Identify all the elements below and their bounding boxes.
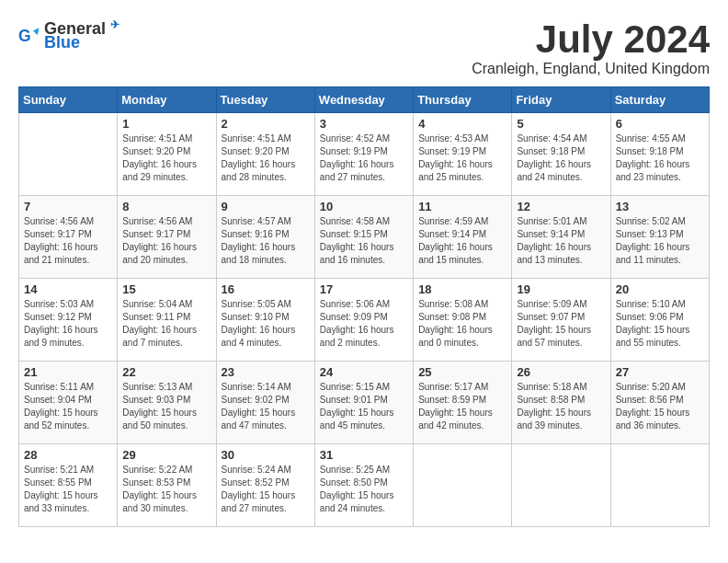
day-info: Sunrise: 5:25 AM Sunset: 8:50 PM Dayligh… <box>320 464 408 515</box>
day-number: 2 <box>222 117 310 131</box>
day-info: Sunrise: 4:51 AM Sunset: 9:20 PM Dayligh… <box>122 132 210 184</box>
calendar-cell: 5Sunrise: 4:54 AM Sunset: 9:18 PM Daylig… <box>512 113 610 196</box>
calendar-cell: 9Sunrise: 4:57 AM Sunset: 9:16 PM Daylig… <box>216 196 314 279</box>
calendar-cell: 28Sunrise: 5:21 AM Sunset: 8:55 PM Dayli… <box>19 444 118 527</box>
day-info: Sunrise: 5:04 AM Sunset: 9:11 PM Dayligh… <box>122 298 210 350</box>
page-header: G General ✈ Blue July 2024 Cranleigh, En… <box>18 18 710 77</box>
title-area: July 2024 Cranleigh, England, United Kin… <box>472 18 710 77</box>
day-number: 9 <box>222 200 310 213</box>
day-number: 18 <box>418 282 506 296</box>
day-number: 23 <box>222 365 310 379</box>
location-subtitle: Cranleigh, England, United Kingdom <box>472 61 710 77</box>
calendar-cell <box>19 113 118 196</box>
calendar-cell: 31Sunrise: 5:25 AM Sunset: 8:50 PM Dayli… <box>314 444 413 527</box>
day-number: 8 <box>122 200 210 213</box>
calendar-cell: 21Sunrise: 5:11 AM Sunset: 9:04 PM Dayli… <box>19 362 118 444</box>
day-info: Sunrise: 5:01 AM Sunset: 9:14 PM Dayligh… <box>517 215 605 267</box>
day-info: Sunrise: 4:56 AM Sunset: 9:17 PM Dayligh… <box>24 215 112 267</box>
calendar-cell: 13Sunrise: 5:02 AM Sunset: 9:13 PM Dayli… <box>610 196 709 279</box>
calendar-cell: 1Sunrise: 4:51 AM Sunset: 9:20 PM Daylig… <box>118 113 216 196</box>
calendar-cell <box>610 444 709 527</box>
calendar-week-row: 7Sunrise: 4:56 AM Sunset: 9:17 PM Daylig… <box>19 196 710 279</box>
day-info: Sunrise: 4:54 AM Sunset: 9:18 PM Dayligh… <box>517 132 605 184</box>
day-info: Sunrise: 5:03 AM Sunset: 9:12 PM Dayligh… <box>24 298 112 350</box>
day-number: 20 <box>616 282 704 296</box>
calendar-cell: 15Sunrise: 5:04 AM Sunset: 9:11 PM Dayli… <box>118 279 216 362</box>
calendar-week-row: 1Sunrise: 4:51 AM Sunset: 9:20 PM Daylig… <box>19 113 710 196</box>
day-info: Sunrise: 4:51 AM Sunset: 9:20 PM Dayligh… <box>222 132 310 184</box>
calendar-cell: 2Sunrise: 4:51 AM Sunset: 9:20 PM Daylig… <box>216 113 314 196</box>
calendar-cell: 18Sunrise: 5:08 AM Sunset: 9:08 PM Dayli… <box>414 279 512 362</box>
calendar-cell: 22Sunrise: 5:13 AM Sunset: 9:03 PM Dayli… <box>118 362 216 444</box>
day-info: Sunrise: 5:24 AM Sunset: 8:52 PM Dayligh… <box>222 464 310 515</box>
day-info: Sunrise: 5:17 AM Sunset: 8:59 PM Dayligh… <box>418 381 506 432</box>
day-of-week-header: Sunday <box>19 87 118 113</box>
day-number: 26 <box>517 365 605 379</box>
calendar-cell: 25Sunrise: 5:17 AM Sunset: 8:59 PM Dayli… <box>414 362 512 444</box>
calendar-table: SundayMondayTuesdayWednesdayThursdayFrid… <box>18 86 710 527</box>
day-of-week-header: Friday <box>512 87 610 113</box>
calendar-cell: 3Sunrise: 4:52 AM Sunset: 9:19 PM Daylig… <box>314 113 413 196</box>
calendar-cell: 26Sunrise: 5:18 AM Sunset: 8:58 PM Dayli… <box>512 362 610 444</box>
calendar-header: SundayMondayTuesdayWednesdayThursdayFrid… <box>19 87 710 113</box>
day-info: Sunrise: 5:11 AM Sunset: 9:04 PM Dayligh… <box>24 381 112 432</box>
day-number: 12 <box>517 200 605 213</box>
calendar-week-row: 14Sunrise: 5:03 AM Sunset: 9:12 PM Dayli… <box>19 279 710 362</box>
day-number: 27 <box>616 365 704 379</box>
day-number: 29 <box>122 448 210 462</box>
calendar-body: 1Sunrise: 4:51 AM Sunset: 9:20 PM Daylig… <box>19 113 710 527</box>
day-info: Sunrise: 5:21 AM Sunset: 8:55 PM Dayligh… <box>24 464 112 515</box>
calendar-cell: 6Sunrise: 4:55 AM Sunset: 9:18 PM Daylig… <box>610 113 709 196</box>
day-info: Sunrise: 5:14 AM Sunset: 9:02 PM Dayligh… <box>222 381 310 432</box>
day-number: 11 <box>418 200 506 213</box>
day-info: Sunrise: 5:10 AM Sunset: 9:06 PM Dayligh… <box>616 298 704 350</box>
day-info: Sunrise: 4:59 AM Sunset: 9:14 PM Dayligh… <box>418 215 506 267</box>
calendar-cell: 17Sunrise: 5:06 AM Sunset: 9:09 PM Dayli… <box>314 279 413 362</box>
day-info: Sunrise: 5:13 AM Sunset: 9:03 PM Dayligh… <box>122 381 210 432</box>
calendar-cell: 23Sunrise: 5:14 AM Sunset: 9:02 PM Dayli… <box>216 362 314 444</box>
day-info: Sunrise: 5:05 AM Sunset: 9:10 PM Dayligh… <box>222 298 310 350</box>
day-info: Sunrise: 5:09 AM Sunset: 9:07 PM Dayligh… <box>517 298 605 350</box>
day-info: Sunrise: 4:55 AM Sunset: 9:18 PM Dayligh… <box>616 132 704 184</box>
calendar-cell: 8Sunrise: 4:56 AM Sunset: 9:17 PM Daylig… <box>118 196 216 279</box>
day-of-week-header: Monday <box>118 87 216 113</box>
calendar-cell: 24Sunrise: 5:15 AM Sunset: 9:01 PM Dayli… <box>314 362 413 444</box>
calendar-cell: 20Sunrise: 5:10 AM Sunset: 9:06 PM Dayli… <box>610 279 709 362</box>
day-of-week-header: Thursday <box>414 87 512 113</box>
calendar-cell: 29Sunrise: 5:22 AM Sunset: 8:53 PM Dayli… <box>118 444 216 527</box>
day-number: 4 <box>418 117 506 131</box>
day-info: Sunrise: 5:06 AM Sunset: 9:09 PM Dayligh… <box>320 298 408 350</box>
calendar-cell: 10Sunrise: 4:58 AM Sunset: 9:15 PM Dayli… <box>314 196 413 279</box>
day-number: 5 <box>517 117 605 131</box>
day-info: Sunrise: 5:20 AM Sunset: 8:56 PM Dayligh… <box>616 381 704 432</box>
calendar-cell: 11Sunrise: 4:59 AM Sunset: 9:14 PM Dayli… <box>414 196 512 279</box>
day-number: 10 <box>320 200 408 213</box>
day-of-week-header: Wednesday <box>314 87 413 113</box>
day-number: 31 <box>320 448 408 462</box>
day-number: 24 <box>320 365 408 379</box>
day-number: 30 <box>222 448 310 462</box>
svg-marker-1 <box>33 28 39 35</box>
day-info: Sunrise: 4:57 AM Sunset: 9:16 PM Dayligh… <box>222 215 310 267</box>
calendar-week-row: 21Sunrise: 5:11 AM Sunset: 9:04 PM Dayli… <box>19 362 710 444</box>
day-info: Sunrise: 5:18 AM Sunset: 8:58 PM Dayligh… <box>517 381 605 432</box>
day-number: 15 <box>122 282 210 296</box>
header-row: SundayMondayTuesdayWednesdayThursdayFrid… <box>19 87 710 113</box>
day-of-week-header: Saturday <box>610 87 709 113</box>
svg-text:G: G <box>18 26 31 44</box>
logo-icon: G <box>18 25 40 47</box>
day-info: Sunrise: 4:56 AM Sunset: 9:17 PM Dayligh… <box>122 215 210 267</box>
calendar-cell: 30Sunrise: 5:24 AM Sunset: 8:52 PM Dayli… <box>216 444 314 527</box>
day-number: 28 <box>24 448 112 462</box>
day-info: Sunrise: 5:02 AM Sunset: 9:13 PM Dayligh… <box>616 215 704 267</box>
day-info: Sunrise: 4:53 AM Sunset: 9:19 PM Dayligh… <box>418 132 506 184</box>
day-info: Sunrise: 5:08 AM Sunset: 9:08 PM Dayligh… <box>418 298 506 350</box>
day-number: 13 <box>616 200 704 213</box>
calendar-week-row: 28Sunrise: 5:21 AM Sunset: 8:55 PM Dayli… <box>19 444 710 527</box>
day-number: 1 <box>122 117 210 131</box>
day-number: 25 <box>418 365 506 379</box>
day-number: 16 <box>222 282 310 296</box>
calendar-cell: 16Sunrise: 5:05 AM Sunset: 9:10 PM Dayli… <box>216 279 314 362</box>
day-number: 6 <box>616 117 704 131</box>
day-number: 21 <box>24 365 112 379</box>
